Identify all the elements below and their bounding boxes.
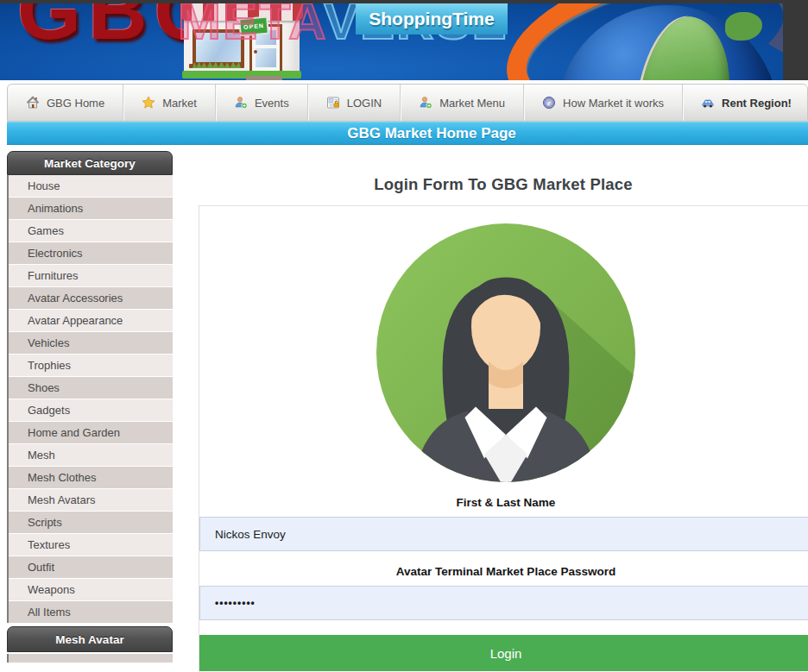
password-input[interactable] xyxy=(199,586,808,620)
help-badge-icon: e xyxy=(542,96,556,110)
car-icon xyxy=(701,96,715,110)
sidebar-item-gadgets[interactable]: Gadgets xyxy=(9,399,173,421)
sidebar-item-avatar-appearance[interactable]: Avatar Appearance xyxy=(9,310,173,331)
sidebar-item-vehicles[interactable]: Vehicles xyxy=(9,332,173,354)
login-form-heading: Login Form To GBG Market Place xyxy=(180,175,808,194)
user-add-icon xyxy=(234,96,248,110)
main-content: Login Form To GBG Market Place xyxy=(180,151,808,672)
nav-item-label: LOGIN xyxy=(347,97,382,110)
sidebar-item-games[interactable]: Games xyxy=(9,220,173,242)
sidebar-item-mesh-avatars[interactable]: Mesh Avatars xyxy=(9,489,173,511)
sidebar-item-electronics[interactable]: Electronics xyxy=(9,242,173,264)
nav-item-how-market-it-works[interactable]: eHow Market it works xyxy=(524,85,683,121)
navbar: GBG HomeMarketEventsLOGINMarket MenueHow… xyxy=(7,84,808,122)
header-banner: GBG OPEN METAVERSE ShoppingTime xyxy=(0,0,808,80)
nav-item-gbg-home[interactable]: GBG Home xyxy=(8,85,123,121)
page-title: GBG Market Home Page xyxy=(7,122,808,144)
login-button[interactable]: Login xyxy=(199,635,808,671)
orange-swoosh xyxy=(490,3,783,80)
sidebar-item-weapons[interactable]: Weapons xyxy=(9,579,173,600)
sidebar-header-market-category: Market Category xyxy=(7,151,173,175)
sidebar-item-furnitures[interactable]: Furnitures xyxy=(9,265,173,286)
sidebar-header-mesh-avatar: Mesh Avatar xyxy=(7,626,173,652)
mesh-avatar-item-partial[interactable] xyxy=(7,654,173,663)
category-list: HouseAnimationsGamesElectronicsFurniture… xyxy=(7,175,173,623)
login-card-icon xyxy=(326,96,340,110)
name-input[interactable] xyxy=(199,517,808,551)
name-field-label: First & Last Name xyxy=(199,496,808,509)
sidebar-item-textures[interactable]: Textures xyxy=(9,534,173,556)
password-field-label: Avatar Terminal Market Place Password xyxy=(199,565,808,578)
sidebar-item-all-items[interactable]: All Items xyxy=(9,601,173,623)
sidebar-item-house[interactable]: House xyxy=(9,175,173,197)
sidebar-item-shoes[interactable]: Shoes xyxy=(9,377,173,399)
nav-item-market[interactable]: Market xyxy=(123,85,216,121)
page-title-bar: GBG Market Home Page xyxy=(7,122,808,145)
sidebar-item-mesh[interactable]: Mesh xyxy=(9,444,173,466)
login-form-panel: First & Last Name Avatar Terminal Market… xyxy=(199,205,808,672)
nav-item-rent-region[interactable]: Rent Region! xyxy=(683,85,808,121)
sidebar-item-animations[interactable]: Animations xyxy=(9,198,173,219)
shopping-time-badge: ShoppingTime xyxy=(356,3,508,35)
sidebar-item-trophies[interactable]: Trophies xyxy=(9,355,173,376)
sidebar-item-mesh-clothes[interactable]: Mesh Clothes xyxy=(9,467,173,488)
nav-item-market-menu[interactable]: Market Menu xyxy=(401,85,524,121)
nav-item-label: Market Menu xyxy=(439,97,505,110)
nav-item-label: GBG Home xyxy=(47,97,104,110)
star-icon xyxy=(142,96,155,110)
home-icon xyxy=(26,96,40,110)
nav-item-login[interactable]: LOGIN xyxy=(308,85,401,121)
user-add-icon xyxy=(419,96,432,110)
banner-image: GBG OPEN METAVERSE ShoppingTime xyxy=(0,3,783,80)
nav-item-events[interactable]: Events xyxy=(216,85,308,121)
sidebar-item-scripts[interactable]: Scripts xyxy=(9,512,173,533)
sidebar: Market Category HouseAnimationsGamesElec… xyxy=(7,151,173,663)
sidebar-item-home-and-garden[interactable]: Home and Garden xyxy=(9,422,173,443)
svg-text:e: e xyxy=(547,98,551,107)
nav-item-label: How Market it works xyxy=(563,97,664,110)
sidebar-item-avatar-accessories[interactable]: Avatar Accessories xyxy=(9,287,173,309)
nav-item-label: Events xyxy=(255,97,289,110)
nav-item-label: Market xyxy=(162,97,197,110)
sidebar-item-outfit[interactable]: Outfit xyxy=(9,556,173,578)
nav-item-label: Rent Region! xyxy=(722,97,792,110)
woman-avatar-icon xyxy=(376,223,635,482)
